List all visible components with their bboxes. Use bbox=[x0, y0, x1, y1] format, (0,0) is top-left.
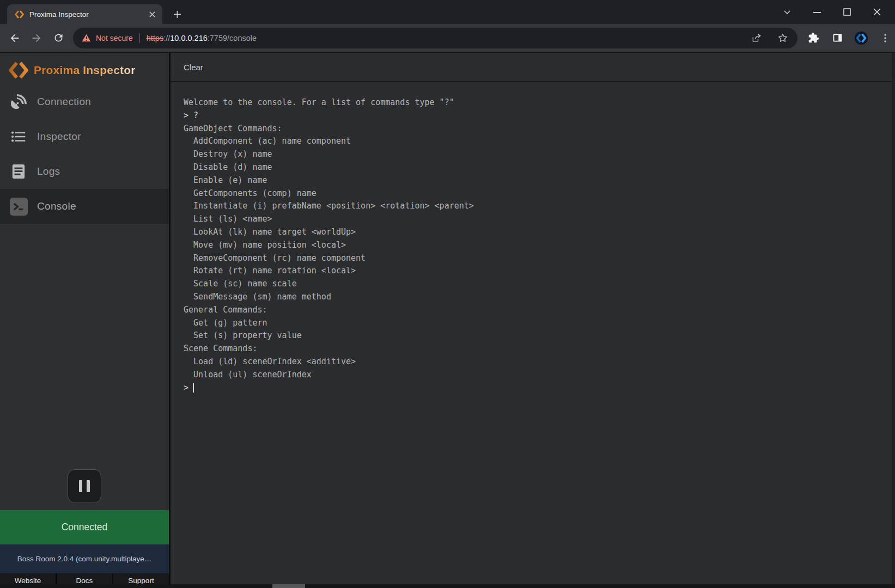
not-secure-warning-icon bbox=[82, 34, 91, 42]
project-info-bar: Boss Room 2.0.4 (com.unity.multiplaye… bbox=[0, 544, 169, 573]
sidebar-item-label: Console bbox=[37, 200, 76, 212]
satellite-dish-icon bbox=[9, 94, 28, 110]
console-line: Get (g) pattern bbox=[184, 317, 882, 330]
console-line: Disable (d) name bbox=[184, 161, 882, 174]
document-lines-icon bbox=[9, 164, 28, 179]
project-info-label: Boss Room 2.0.4 (com.unity.multiplaye… bbox=[17, 555, 152, 563]
vertical-scrollbar-track[interactable] bbox=[892, 53, 895, 588]
console-line: Enable (e) name bbox=[184, 174, 882, 187]
tab-title: Proxima Inspector bbox=[29, 10, 147, 19]
reload-button[interactable] bbox=[49, 29, 68, 47]
console-line: Unload (ul) sceneOrIndex bbox=[184, 369, 882, 382]
sidebar: Proxima Inspector Connection Insp bbox=[0, 53, 169, 588]
proxima-extension-icon[interactable] bbox=[854, 31, 868, 45]
sidebar-item-inspector[interactable]: Inspector bbox=[0, 119, 169, 154]
omnibox-divider bbox=[139, 33, 140, 43]
console-line: > ? bbox=[184, 109, 882, 122]
extensions-puzzle-icon[interactable] bbox=[806, 31, 820, 45]
new-tab-button[interactable] bbox=[169, 6, 185, 22]
list-icon bbox=[9, 129, 28, 144]
side-panel-icon[interactable] bbox=[830, 31, 844, 45]
console-line: Scene Commands: bbox=[184, 342, 882, 356]
console-output[interactable]: Welcome to the console. For a list of co… bbox=[171, 82, 895, 588]
console-line: Rotate (rt) name rotation <local> bbox=[184, 265, 882, 278]
favicon-proxima-icon bbox=[15, 10, 24, 19]
console-line: LookAt (lk) name target <worldUp> bbox=[184, 226, 882, 239]
console-toolbar: Clear bbox=[171, 53, 895, 82]
console-line: GetComponents (comp) name bbox=[184, 187, 882, 200]
console-prompt-line[interactable]: > bbox=[184, 382, 882, 395]
console-line: Move (mv) name position <local> bbox=[184, 239, 882, 252]
url-path: :7759/console bbox=[208, 34, 257, 42]
console-line: Instantiate (i) prefabName <position> <r… bbox=[184, 200, 882, 213]
sidebar-item-logs[interactable]: Logs bbox=[0, 154, 169, 189]
sidebar-item-label: Connection bbox=[37, 96, 91, 108]
sidebar-spacer bbox=[0, 224, 169, 469]
page-content: Proxima Inspector Connection Insp bbox=[0, 52, 895, 588]
pause-icon bbox=[87, 480, 90, 492]
back-button[interactable] bbox=[5, 29, 24, 47]
console-panel: Clear Welcome to the console. For a list… bbox=[169, 53, 895, 588]
console-line: AddComponent (ac) name component bbox=[184, 135, 882, 148]
window-maximize-button[interactable] bbox=[841, 6, 853, 18]
brand-header: Proxima Inspector bbox=[0, 53, 169, 84]
terminal-icon bbox=[9, 198, 28, 216]
sidebar-item-label: Logs bbox=[37, 166, 60, 177]
console-line: RemoveComponent (rc) name component bbox=[184, 252, 882, 265]
bookmark-star-icon[interactable] bbox=[776, 31, 790, 45]
browser-tab[interactable]: Proxima Inspector bbox=[7, 4, 162, 24]
browser-toolbar: Not secure https://10.0.0.216:7759/conso… bbox=[0, 24, 895, 52]
console-line: Scale (sc) name scale bbox=[184, 278, 882, 291]
console-line: GameObject Commands: bbox=[184, 122, 882, 136]
pause-icon bbox=[79, 480, 82, 492]
console-line: Destroy (x) name bbox=[184, 148, 882, 161]
proxima-logo-icon bbox=[9, 60, 28, 80]
brand-title: Proxima Inspector bbox=[34, 64, 136, 77]
console-line: General Commands: bbox=[184, 304, 882, 317]
url-separator: :// bbox=[163, 34, 170, 42]
pause-button[interactable] bbox=[68, 469, 101, 503]
tab-bar: Proxima Inspector bbox=[0, 0, 895, 24]
connection-status-label: Connected bbox=[62, 522, 108, 533]
url-host: 10.0.0.216 bbox=[170, 34, 208, 42]
browser-menu-dots-icon[interactable] bbox=[878, 31, 892, 45]
console-line: List (ls) <name> bbox=[184, 213, 882, 226]
console-line: Welcome to the console. For a list of co… bbox=[184, 96, 882, 109]
sidebar-item-connection[interactable]: Connection bbox=[0, 84, 169, 119]
prompt-symbol: > bbox=[184, 382, 188, 395]
window-close-button[interactable] bbox=[871, 6, 883, 18]
window-minimize-button[interactable] bbox=[811, 6, 823, 18]
sidebar-item-label: Inspector bbox=[37, 131, 81, 143]
sidebar-item-console[interactable]: Console bbox=[0, 189, 169, 224]
address-bar[interactable]: Not secure https://10.0.0.216:7759/conso… bbox=[73, 28, 797, 48]
url-scheme: https bbox=[147, 34, 163, 42]
console-line: Set (s) property value bbox=[184, 329, 882, 342]
console-line: Load (ld) sceneOrIndex <additive> bbox=[184, 356, 882, 369]
text-caret bbox=[193, 383, 194, 393]
horizontal-scrollbar-thumb[interactable] bbox=[272, 584, 305, 588]
url-text[interactable]: https://10.0.0.216:7759/console bbox=[147, 34, 744, 42]
console-line: SendMessage (sm) name method bbox=[184, 291, 882, 304]
tab-close-icon[interactable] bbox=[147, 9, 157, 19]
horizontal-scrollbar-track[interactable] bbox=[0, 584, 895, 588]
clear-button[interactable]: Clear bbox=[184, 63, 203, 72]
connection-status-bar: Connected bbox=[0, 510, 169, 544]
forward-button[interactable] bbox=[27, 29, 46, 47]
share-icon[interactable] bbox=[750, 31, 764, 45]
browser-window: Proxima Inspector bbox=[0, 0, 895, 588]
not-secure-label[interactable]: Not secure bbox=[96, 34, 133, 42]
tab-search-chevron-icon[interactable] bbox=[781, 6, 793, 18]
